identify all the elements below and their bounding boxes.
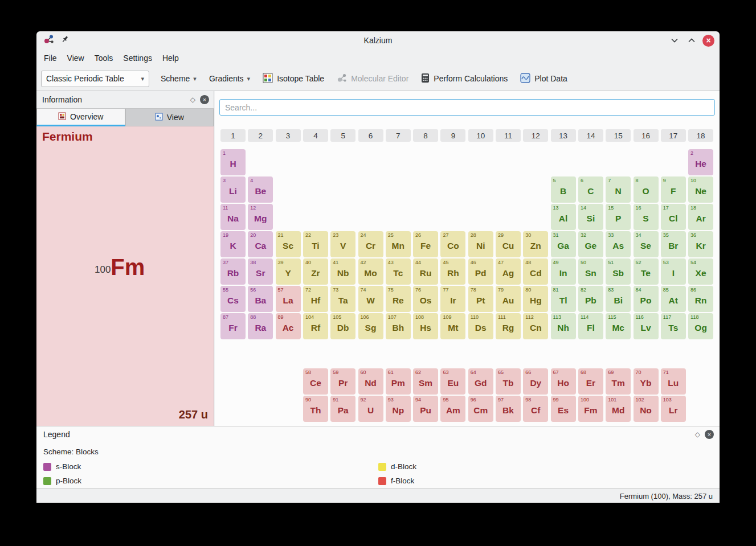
element-tile-Lu[interactable]: 71Lu	[661, 368, 686, 395]
element-tile-Db[interactable]: 105Db	[330, 313, 355, 339]
element-tile-Si[interactable]: 14Si	[578, 204, 603, 230]
element-tile-Tl[interactable]: 81Tl	[551, 286, 576, 312]
element-tile-Tm[interactable]: 69Tm	[606, 368, 631, 395]
element-tile-Fm[interactable]: 100Fm	[578, 396, 603, 422]
element-tile-Md[interactable]: 101Md	[606, 396, 631, 422]
element-tile-Fl[interactable]: 114Fl	[578, 313, 603, 339]
element-tile-Ru[interactable]: 44Ru	[413, 258, 438, 285]
element-tile-Cf[interactable]: 98Cf	[523, 396, 548, 422]
menu-file[interactable]: File	[39, 51, 62, 65]
element-tile-Ag[interactable]: 47Ag	[496, 258, 521, 285]
element-tile-Ac[interactable]: 89Ac	[276, 313, 301, 339]
isotope-table-button[interactable]: Isotope Table	[261, 71, 325, 87]
element-tile-Kr[interactable]: 36Kr	[688, 231, 713, 257]
element-tile-W[interactable]: 74W	[358, 286, 383, 312]
close-button[interactable]: ×	[702, 35, 714, 47]
element-tile-Ta[interactable]: 73Ta	[330, 286, 355, 312]
element-tile-Li[interactable]: 3Li	[220, 176, 246, 203]
element-tile-Gd[interactable]: 64Gd	[468, 368, 493, 395]
element-tile-Rf[interactable]: 104Rf	[303, 313, 328, 339]
element-tile-Co[interactable]: 27Co	[440, 231, 465, 257]
element-tile-Cu[interactable]: 29Cu	[496, 231, 521, 257]
element-tile-Ce[interactable]: 58Ce	[303, 368, 328, 395]
element-tile-U[interactable]: 92U	[358, 396, 383, 422]
element-tile-Pd[interactable]: 46Pd	[468, 258, 493, 285]
element-tile-K[interactable]: 19K	[220, 231, 246, 257]
element-tile-At[interactable]: 85At	[661, 286, 686, 312]
element-tile-Yb[interactable]: 70Yb	[634, 368, 659, 395]
element-tile-Bh[interactable]: 107Bh	[386, 313, 411, 339]
element-tile-Er[interactable]: 68Er	[578, 368, 603, 395]
element-tile-Zn[interactable]: 30Zn	[523, 231, 548, 257]
element-tile-Sr[interactable]: 38Sr	[248, 258, 273, 285]
element-tile-Np[interactable]: 93Np	[386, 396, 411, 422]
gradients-dropdown[interactable]: Gradients ▾	[208, 72, 251, 85]
element-tile-Sn[interactable]: 50Sn	[578, 258, 603, 285]
element-tile-In[interactable]: 49In	[551, 258, 576, 285]
float-dock-icon[interactable]: ◇	[190, 96, 195, 104]
element-tile-Ar[interactable]: 18Ar	[688, 204, 713, 230]
element-tile-Bk[interactable]: 97Bk	[496, 396, 521, 422]
element-tile-Xe[interactable]: 54Xe	[688, 258, 713, 285]
element-tile-Au[interactable]: 79Au	[496, 286, 521, 312]
element-tile-Ra[interactable]: 88Ra	[248, 313, 273, 339]
element-tile-Cs[interactable]: 55Cs	[220, 286, 246, 312]
element-tile-Rg[interactable]: 111Rg	[496, 313, 521, 339]
element-tile-Tb[interactable]: 65Tb	[496, 368, 521, 395]
menu-tools[interactable]: Tools	[89, 51, 118, 65]
element-tile-Ni[interactable]: 28Ni	[468, 231, 493, 257]
float-legend-icon[interactable]: ◇	[695, 430, 700, 438]
menu-help[interactable]: Help	[157, 51, 184, 65]
element-tile-Br[interactable]: 35Br	[661, 231, 686, 257]
element-tile-Pa[interactable]: 91Pa	[330, 396, 355, 422]
element-tile-Eu[interactable]: 63Eu	[440, 368, 465, 395]
element-tile-Hs[interactable]: 108Hs	[413, 313, 438, 339]
element-tile-Dy[interactable]: 66Dy	[523, 368, 548, 395]
element-tile-No[interactable]: 102No	[634, 396, 659, 422]
element-tile-Mo[interactable]: 42Mo	[358, 258, 383, 285]
menu-view[interactable]: View	[62, 51, 89, 65]
element-tile-Cm[interactable]: 96Cm	[468, 396, 493, 422]
menu-settings[interactable]: Settings	[118, 51, 157, 65]
element-tile-Bi[interactable]: 83Bi	[606, 286, 631, 312]
element-tile-Cl[interactable]: 17Cl	[661, 204, 686, 230]
element-tile-Sg[interactable]: 106Sg	[358, 313, 383, 339]
close-legend-icon[interactable]: ×	[705, 430, 714, 439]
element-tile-Po[interactable]: 84Po	[634, 286, 659, 312]
scheme-dropdown[interactable]: Scheme ▾	[160, 72, 198, 85]
table-selector-combobox[interactable]: Classic Periodic Table ▾	[41, 71, 149, 87]
element-tile-Sm[interactable]: 62Sm	[413, 368, 438, 395]
element-tile-Lv[interactable]: 116Lv	[634, 313, 659, 339]
element-tile-Se[interactable]: 34Se	[634, 231, 659, 257]
element-tile-S[interactable]: 16S	[634, 204, 659, 230]
element-tile-Ir[interactable]: 77Ir	[440, 286, 465, 312]
element-tile-As[interactable]: 33As	[606, 231, 631, 257]
element-tile-O[interactable]: 8O	[634, 176, 659, 203]
element-tile-Cn[interactable]: 112Cn	[523, 313, 548, 339]
element-tile-Ge[interactable]: 32Ge	[578, 231, 603, 257]
element-tile-La[interactable]: 57La	[276, 286, 301, 312]
element-tile-Mt[interactable]: 109Mt	[440, 313, 465, 339]
element-tile-Lr[interactable]: 103Lr	[661, 396, 686, 422]
element-tile-Nd[interactable]: 60Nd	[358, 368, 383, 395]
element-tile-Hg[interactable]: 80Hg	[523, 286, 548, 312]
element-tile-Mg[interactable]: 12Mg	[248, 204, 273, 230]
element-tile-B[interactable]: 5B	[551, 176, 576, 203]
element-tile-Nh[interactable]: 113Nh	[551, 313, 576, 339]
tab-view[interactable]: View	[125, 109, 214, 126]
element-tile-V[interactable]: 23V	[330, 231, 355, 257]
plot-data-button[interactable]: Plot Data	[519, 71, 569, 87]
close-dock-icon[interactable]: ×	[200, 95, 209, 104]
element-tile-Cr[interactable]: 24Cr	[358, 231, 383, 257]
element-tile-Tc[interactable]: 43Tc	[386, 258, 411, 285]
element-tile-Zr[interactable]: 40Zr	[303, 258, 328, 285]
element-tile-Pm[interactable]: 61Pm	[386, 368, 411, 395]
element-tile-Rb[interactable]: 37Rb	[220, 258, 246, 285]
minimize-button[interactable]	[668, 35, 680, 47]
element-tile-Am[interactable]: 95Am	[440, 396, 465, 422]
element-tile-Y[interactable]: 39Y	[276, 258, 301, 285]
element-tile-Fr[interactable]: 87Fr	[220, 313, 246, 339]
search-input[interactable]	[219, 99, 715, 116]
maximize-button[interactable]	[685, 35, 697, 47]
element-tile-Nb[interactable]: 41Nb	[330, 258, 355, 285]
